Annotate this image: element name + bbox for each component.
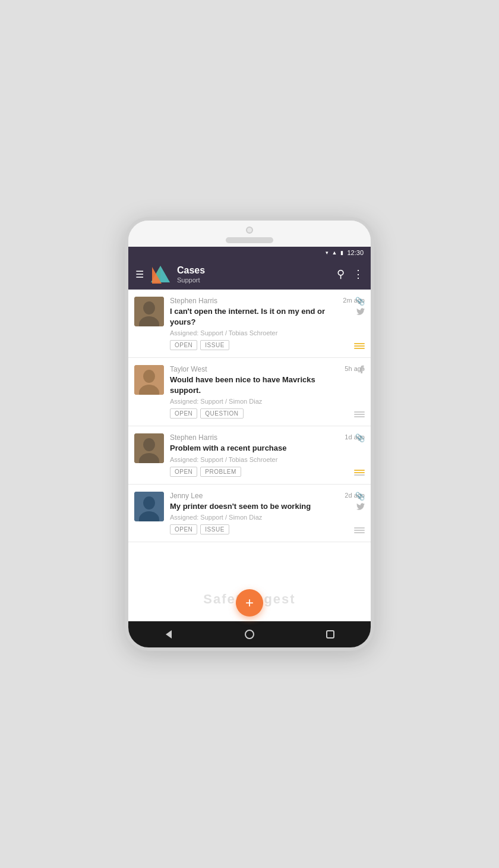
recents-button[interactable] bbox=[318, 627, 342, 641]
case-header: Taylor West 5h ago bbox=[170, 365, 365, 373]
phone-frame: ▾ ▲ ▮ 12:30 ☰ Cases Support ⚲ ⋮ bbox=[125, 217, 374, 651]
case-header: Jenny Lee 2d ago bbox=[170, 492, 365, 500]
case-assigned: Assigned: Support / Tobias Schroeter bbox=[170, 456, 365, 463]
case-tags: OPENPROBLEM bbox=[170, 467, 365, 477]
channel2-icon bbox=[356, 503, 365, 512]
priority-icon bbox=[354, 470, 365, 476]
tag: OPEN bbox=[170, 340, 197, 350]
tag: ISSUE bbox=[200, 340, 229, 350]
case-icons: 📎 bbox=[355, 297, 365, 317]
tag: OPEN bbox=[170, 467, 197, 477]
list-item[interactable]: Stephen Harris 1d ago Problem with a rec… bbox=[128, 426, 371, 485]
svg-point-7 bbox=[143, 370, 155, 383]
back-button[interactable] bbox=[157, 627, 181, 641]
app-bar-actions: ⚲ ⋮ bbox=[337, 268, 364, 281]
list-item[interactable]: Jenny Lee 2d ago My printer doesn't seem… bbox=[128, 485, 371, 543]
priority-icon bbox=[354, 411, 365, 417]
fab-button[interactable]: + bbox=[236, 589, 263, 617]
case-author: Stephen Harris bbox=[170, 297, 217, 305]
tag: ISSUE bbox=[200, 524, 229, 534]
case-author: Jenny Lee bbox=[170, 492, 203, 500]
battery-icon: ▮ bbox=[340, 250, 343, 256]
status-time: 12:30 bbox=[347, 249, 364, 256]
tag: PROBLEM bbox=[200, 467, 241, 477]
signal-icon: ▲ bbox=[332, 250, 337, 256]
cases-list: Stephen Harris 2m ago I can't open the i… bbox=[128, 290, 371, 621]
priority-icon bbox=[354, 527, 365, 533]
channel2-icon bbox=[356, 308, 365, 317]
case-header: Stephen Harris 1d ago bbox=[170, 433, 365, 442]
svg-point-4 bbox=[143, 301, 155, 315]
tag: QUESTION bbox=[200, 408, 243, 419]
channel-icon: 📎 bbox=[355, 492, 365, 501]
tag: OPEN bbox=[170, 524, 197, 534]
case-header: Stephen Harris 2m ago bbox=[170, 297, 365, 305]
svg-point-10 bbox=[143, 438, 155, 451]
app-title-group: Cases Support bbox=[177, 265, 331, 283]
tag: OPEN bbox=[170, 408, 197, 419]
search-icon[interactable]: ⚲ bbox=[337, 268, 345, 281]
svg-rect-17 bbox=[327, 631, 334, 638]
case-body: Jenny Lee 2d ago My printer doesn't seem… bbox=[170, 492, 365, 535]
case-assigned: Assigned: Support / Tobias Schroeter bbox=[170, 329, 365, 336]
case-icons: 📎 bbox=[355, 433, 365, 442]
case-author: Taylor West bbox=[170, 365, 207, 373]
avatar bbox=[134, 492, 164, 521]
svg-point-16 bbox=[245, 630, 254, 639]
more-options-icon[interactable]: ⋮ bbox=[353, 268, 364, 281]
phone-camera bbox=[246, 227, 253, 234]
hamburger-icon[interactable]: ☰ bbox=[135, 269, 144, 280]
channel-icon: 📎 bbox=[355, 297, 365, 306]
avatar bbox=[134, 433, 164, 463]
case-tags: OPENISSUE bbox=[170, 524, 365, 534]
app-logo bbox=[150, 263, 171, 285]
case-title: Problem with a recent purchase bbox=[170, 443, 365, 454]
svg-marker-2 bbox=[160, 266, 170, 282]
svg-marker-15 bbox=[166, 630, 172, 639]
wifi-icon: ▾ bbox=[326, 250, 329, 256]
app-bar: ☰ Cases Support ⚲ ⋮ bbox=[128, 259, 371, 290]
priority-icon bbox=[354, 343, 365, 349]
svg-point-13 bbox=[143, 496, 155, 510]
home-button[interactable] bbox=[238, 627, 261, 641]
list-item[interactable]: Stephen Harris 2m ago I can't open the i… bbox=[128, 290, 371, 358]
case-body: Stephen Harris 2m ago I can't open the i… bbox=[170, 297, 365, 350]
case-body: Taylor West 5h ago Would have been nice … bbox=[170, 365, 365, 419]
list-item[interactable]: Taylor West 5h ago Would have been nice … bbox=[128, 358, 371, 426]
phone-speaker bbox=[226, 237, 273, 243]
case-tags: OPENISSUE bbox=[170, 340, 365, 350]
case-tags: OPENQUESTION bbox=[170, 408, 365, 419]
case-assigned: Assigned: Support / Simon Diaz bbox=[170, 514, 365, 521]
case-body: Stephen Harris 1d ago Problem with a rec… bbox=[170, 433, 365, 477]
avatar bbox=[134, 297, 164, 326]
app-title: Cases bbox=[177, 265, 331, 276]
avatar bbox=[134, 365, 164, 395]
app-subtitle: Support bbox=[177, 276, 331, 284]
phone-content: ▾ ▲ ▮ 12:30 ☰ Cases Support ⚲ ⋮ bbox=[128, 247, 371, 647]
channel-icon bbox=[359, 365, 365, 375]
case-title: My printer doesn't seem to be working bbox=[170, 501, 365, 512]
case-icons: 📎 bbox=[355, 492, 365, 512]
case-icons bbox=[359, 365, 365, 375]
case-assigned: Assigned: Support / Simon Diaz bbox=[170, 398, 365, 405]
case-title: Would have been nice to have Mavricks su… bbox=[170, 375, 365, 395]
case-title: I can't open the internet. Is it on my e… bbox=[170, 306, 365, 327]
case-author: Stephen Harris bbox=[170, 433, 217, 442]
channel-icon: 📎 bbox=[355, 433, 365, 442]
phone-top bbox=[128, 221, 371, 247]
status-bar: ▾ ▲ ▮ 12:30 bbox=[128, 247, 371, 259]
bottom-nav bbox=[128, 621, 371, 647]
